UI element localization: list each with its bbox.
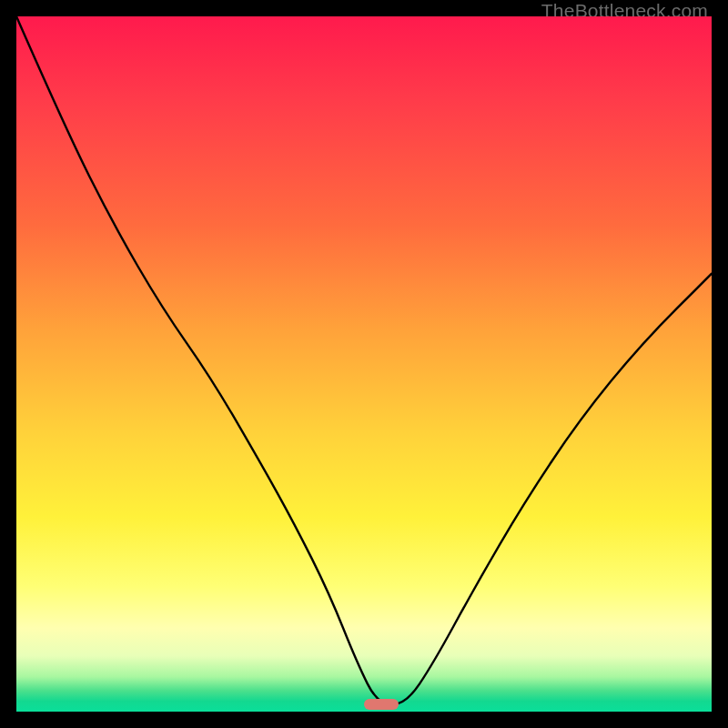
chart-frame: TheBottleneck.com <box>0 0 728 728</box>
minimum-marker <box>364 699 399 710</box>
bottleneck-curve <box>16 16 712 712</box>
plot-area <box>16 16 712 712</box>
